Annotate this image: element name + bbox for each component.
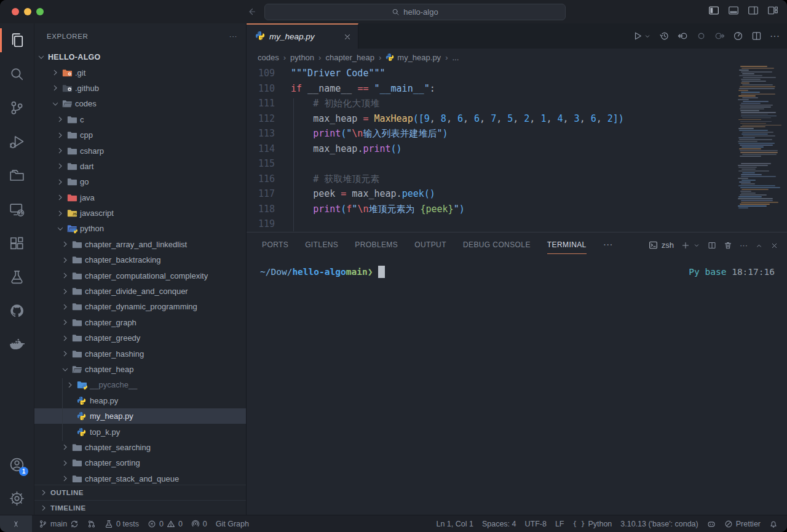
split-editor-icon[interactable] xyxy=(751,31,762,41)
customize-layout-icon[interactable] xyxy=(767,5,778,16)
minimize-window-button[interactable] xyxy=(24,8,31,15)
previous-change-icon[interactable] xyxy=(678,31,688,41)
status-git-branch[interactable]: main xyxy=(34,515,83,532)
tree-item-java[interactable]: java xyxy=(34,190,246,205)
run-python-file-button[interactable] xyxy=(632,31,651,41)
status-encoding[interactable]: UTF-8 xyxy=(521,520,551,528)
new-terminal-icon[interactable] xyxy=(681,240,690,250)
status-indentation[interactable]: Spaces: 4 xyxy=(478,520,521,528)
minimap[interactable] xyxy=(738,66,782,210)
extensions-activity-icon[interactable] xyxy=(0,226,34,260)
navigate-back-icon[interactable] xyxy=(247,7,256,17)
editor-more-actions-icon[interactable]: ··· xyxy=(770,31,780,42)
kill-terminal-icon[interactable] xyxy=(724,240,732,250)
toggle-secondary-sidebar-icon[interactable] xyxy=(748,5,759,16)
panel-tab-terminal[interactable]: TERMINAL xyxy=(547,232,587,257)
tree-item-chapter-divide-and-conquer[interactable]: chapter_divide_and_conquer xyxy=(34,284,246,299)
tree-item-chapter-hashing[interactable]: chapter_hashing xyxy=(34,346,246,361)
tree-item-top-k-py[interactable]: top_k.py xyxy=(34,424,246,439)
toggle-panel-icon[interactable] xyxy=(728,5,739,16)
panel-tab-problems[interactable]: PROBLEMS xyxy=(355,232,398,257)
breadcrumb-chapter-heap[interactable]: chapter_heap xyxy=(325,53,374,62)
timeline-section[interactable]: TIMELINE xyxy=(34,500,246,515)
terminal-launch-chevron-icon[interactable] xyxy=(693,240,700,250)
project-manager-activity-icon[interactable] xyxy=(0,159,34,193)
outline-section[interactable]: OUTLINE xyxy=(34,485,246,500)
tree-item-python[interactable]: python xyxy=(34,221,246,236)
tree-item-chapter-heap[interactable]: chapter_heap xyxy=(34,362,246,377)
gitlens-heatmap-icon[interactable] xyxy=(733,31,743,41)
tree-item-chapter-stack-and-queue[interactable]: chapter_stack_and_queue xyxy=(34,471,246,485)
status-prettier[interactable]: Prettier xyxy=(720,520,765,528)
toggle-primary-sidebar-icon[interactable] xyxy=(708,5,719,16)
tree-item-go[interactable]: go xyxy=(34,174,246,189)
command-center-search[interactable]: hello-algo xyxy=(264,4,566,20)
maximize-panel-icon[interactable] xyxy=(755,240,763,249)
tree-item-chapter-greedy[interactable]: chapter_greedy xyxy=(34,330,246,346)
panel-tab-ports[interactable]: PORTS xyxy=(262,232,288,257)
status-notifications[interactable] xyxy=(765,520,782,528)
status-eol[interactable]: LF xyxy=(551,520,569,528)
tree-item-my-heap-py[interactable]: my_heap.py xyxy=(34,408,246,424)
next-change-icon[interactable] xyxy=(714,31,725,41)
tree-item-chapter-graph[interactable]: chapter_graph xyxy=(34,315,246,330)
docker-activity-icon[interactable] xyxy=(0,328,34,362)
tree-item-chapter-dynamic-programming[interactable]: chapter_dynamic_programming xyxy=(34,299,246,314)
run-debug-activity-icon[interactable] xyxy=(0,125,34,159)
status-feedback[interactable]: 0 xyxy=(187,515,212,532)
remote-explorer-activity-icon[interactable] xyxy=(0,193,34,226)
tree-item-chapter-computational-complexity[interactable]: chapter_computational_complexity xyxy=(34,268,246,283)
panel-tab-output[interactable]: OUTPUT xyxy=(414,232,446,257)
close-panel-icon[interactable] xyxy=(770,240,778,249)
panel-more-tabs-icon[interactable]: ··· xyxy=(603,239,613,250)
github-activity-icon[interactable] xyxy=(0,294,34,328)
tree-item--git[interactable]: .git xyxy=(34,65,246,80)
code-editor[interactable]: 109"""Driver Code"""110if __name__ == "_… xyxy=(247,66,787,232)
tree-item-cpp[interactable]: cpp xyxy=(34,127,246,143)
tree-item-chapter-sorting[interactable]: chapter_sorting xyxy=(34,455,246,470)
tree-item--pycache-[interactable]: __pycache__ xyxy=(34,377,246,392)
tree-item--github[interactable]: .github xyxy=(34,81,246,96)
tree-item-codes[interactable]: codes xyxy=(34,96,246,111)
testing-activity-icon[interactable] xyxy=(0,260,34,294)
accounts-activity-icon[interactable]: 1 xyxy=(0,448,34,482)
tree-item-csharp[interactable]: csharp xyxy=(34,143,246,158)
breadcrumb-python[interactable]: python xyxy=(290,53,314,62)
run-options-chevron-icon[interactable] xyxy=(644,33,651,40)
panel-tab-gitlens[interactable]: GITLENS xyxy=(305,232,338,257)
status-git-compare[interactable] xyxy=(83,515,100,532)
explorer-more-actions-icon[interactable]: ··· xyxy=(229,33,237,40)
close-tab-icon[interactable] xyxy=(343,32,352,41)
search-activity-icon[interactable] xyxy=(0,57,34,91)
status-copilot[interactable] xyxy=(703,520,720,528)
breadcrumb--[interactable]: ... xyxy=(452,53,459,62)
panel-tab-debug-console[interactable]: DEBUG CONSOLE xyxy=(463,232,531,257)
tree-root-hello-algo[interactable]: HELLO-ALGO xyxy=(34,49,246,65)
tree-item-heap-py[interactable]: heap.py xyxy=(34,393,246,408)
breadcrumb-my-heap-py[interactable]: my_heap.py xyxy=(386,53,441,62)
tree-item-javascript[interactable]: JSjavascript xyxy=(34,205,246,221)
tree-item-chapter-searching[interactable]: chapter_searching xyxy=(34,440,246,455)
terminal-shell-selector[interactable]: zsh xyxy=(649,240,674,250)
status-remote[interactable] xyxy=(0,515,32,532)
tree-item-c[interactable]: c xyxy=(34,112,246,127)
source-control-activity-icon[interactable] xyxy=(0,91,34,125)
tree-item-chapter-backtracking[interactable]: chapter_backtracking xyxy=(34,252,246,268)
tree-item-dart[interactable]: dart xyxy=(34,159,246,174)
settings-activity-icon[interactable] xyxy=(0,482,34,515)
terminal[interactable]: ~/Dow/hello-algo main ❯Py base 18:17:16 xyxy=(247,257,787,515)
status-python-interpreter[interactable]: 3.10.13 ('base': conda) xyxy=(616,520,702,528)
breadcrumb-codes[interactable]: codes xyxy=(258,53,279,62)
tab-my-heap-py[interactable]: my_heap.py xyxy=(247,23,358,49)
status-git-graph[interactable]: Git Graph xyxy=(212,515,253,532)
status-problems[interactable]: 00 xyxy=(143,515,187,532)
file-history-icon[interactable] xyxy=(659,31,670,41)
split-terminal-icon[interactable] xyxy=(708,240,716,250)
explorer-activity-icon[interactable] xyxy=(0,23,34,57)
status-cursor-position[interactable]: Ln 1, Col 1 xyxy=(432,520,477,528)
status-language-mode[interactable]: { }Python xyxy=(569,520,617,528)
tree-item-chapter-array-and-linkedlist[interactable]: chapter_array_and_linkedlist xyxy=(34,237,246,252)
zoom-window-button[interactable] xyxy=(36,8,44,15)
close-window-button[interactable] xyxy=(12,8,19,15)
status-tests[interactable]: 0 tests xyxy=(100,515,143,532)
